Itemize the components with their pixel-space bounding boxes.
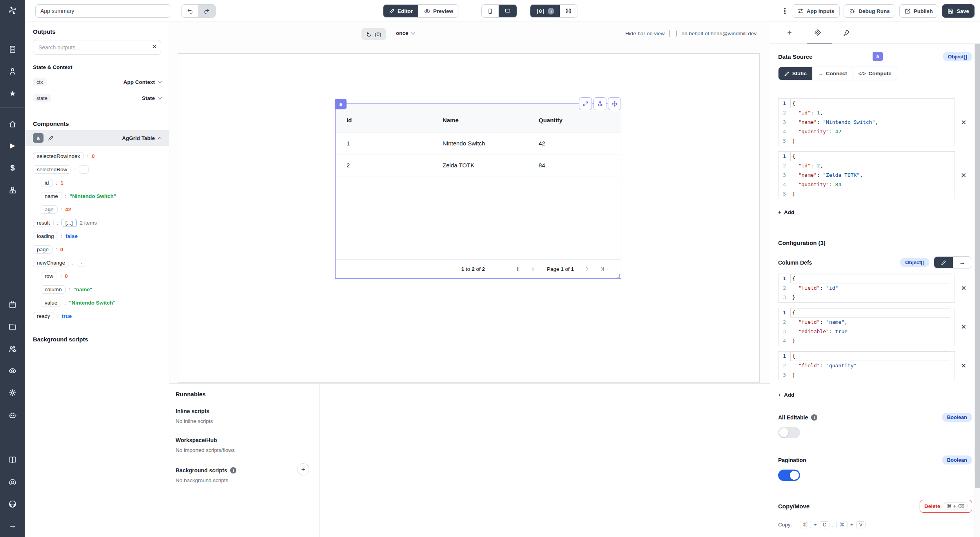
move-component-button[interactable] <box>608 97 621 110</box>
output-key-chip[interactable]: name <box>41 192 62 200</box>
sidebar-item-docs[interactable] <box>0 452 25 468</box>
column-header-name[interactable]: Name <box>432 117 528 123</box>
delete-item-icon[interactable]: ✕ <box>955 171 972 180</box>
expand-component-button[interactable] <box>579 97 592 110</box>
redo-button[interactable] <box>198 5 215 17</box>
delete-component-button[interactable]: Delete ⌘ + ⌫ <box>920 500 972 513</box>
table-cell[interactable]: 2 <box>336 162 432 169</box>
output-key-chip[interactable]: row <box>41 272 57 280</box>
sidebar-item-github[interactable] <box>0 495 25 512</box>
hide-bar-checkbox[interactable] <box>669 30 677 37</box>
collapsed-object-chip[interactable]: - <box>79 165 89 174</box>
refresh-button[interactable]: (0) <box>361 28 386 40</box>
add-data-item-button[interactable]: + Add <box>778 209 794 215</box>
sidebar-item-workspace[interactable] <box>0 41 25 58</box>
table-cell[interactable]: 1 <box>336 140 432 147</box>
anchor-component-button[interactable] <box>593 97 606 110</box>
pencil-icon[interactable] <box>48 135 54 141</box>
sidebar-item-home[interactable] <box>0 116 25 132</box>
clear-search-icon[interactable]: ✕ <box>152 43 157 50</box>
json-editor-coldef-3[interactable]: 1{2 "field": "quantity"3} <box>778 351 955 380</box>
column-header-id[interactable]: Id <box>336 117 432 123</box>
collapsed-array-chip[interactable]: [...] <box>62 219 77 227</box>
aggrid-table-component[interactable]: a Id Name Quantity <box>335 103 621 279</box>
publish-button[interactable]: Publish <box>899 4 938 18</box>
scrollbar-thumb[interactable] <box>975 44 980 488</box>
connect-mode-button[interactable]: → Connect <box>812 67 853 80</box>
mobile-view-button[interactable] <box>482 5 499 17</box>
schedule-mode-dropdown[interactable]: once <box>396 30 414 36</box>
output-key-chip[interactable]: column <box>41 285 66 294</box>
compute-mode-button[interactable]: </> Compute <box>853 67 897 80</box>
preview-tab[interactable]: Preview <box>418 5 459 17</box>
editor-tab[interactable]: Editor <box>383 5 418 17</box>
table-cell[interactable]: 42 <box>528 140 621 147</box>
output-key-chip[interactable]: result <box>33 219 54 227</box>
table-cell[interactable]: Zelda TOTK <box>432 162 528 169</box>
table-cell[interactable]: 84 <box>528 162 621 169</box>
app-card[interactable]: a Id Name Quantity <box>178 53 760 383</box>
output-key-chip[interactable]: value <box>41 299 61 307</box>
last-page-button[interactable] <box>599 267 604 271</box>
styling-tab[interactable] <box>841 27 851 38</box>
sidebar-item-ai[interactable] <box>0 406 25 423</box>
sidebar-item-schedules[interactable] <box>0 296 25 313</box>
output-key-chip[interactable]: selectedRow <box>33 165 71 174</box>
add-background-script-button[interactable]: + <box>297 463 309 475</box>
expand-sidebar-button[interactable]: → <box>0 517 25 534</box>
table-row[interactable]: 2Zelda TOTK84 <box>336 154 621 176</box>
first-page-button[interactable] <box>516 267 521 271</box>
static-mode-button[interactable]: Static <box>779 67 812 80</box>
pagination-toggle[interactable] <box>778 470 800 481</box>
fullscreen-button[interactable] <box>560 5 577 17</box>
more-menu-button[interactable] <box>782 5 788 16</box>
output-key-chip[interactable]: newChange <box>33 259 69 267</box>
previous-page-button[interactable] <box>532 268 536 270</box>
output-key-chip[interactable]: page <box>33 245 53 254</box>
sidebar-item-groups[interactable] <box>0 340 25 357</box>
ctx-row[interactable]: ctx App Context <box>33 74 161 90</box>
debug-counter-button[interactable]: |0| i <box>530 5 560 17</box>
resize-handle[interactable] <box>617 274 620 278</box>
output-key-chip[interactable]: loading <box>33 232 58 240</box>
sidebar-item-settings[interactable] <box>0 385 25 401</box>
save-button[interactable]: Save <box>942 4 975 18</box>
add-column-def-button[interactable]: + Add <box>778 392 794 398</box>
json-editor-coldef-1[interactable]: 1{2 "field": "id"3} <box>778 274 955 303</box>
sidebar-item-resources[interactable] <box>0 181 25 198</box>
all-editable-toggle[interactable] <box>778 427 800 438</box>
table-cell[interactable]: Nintendo Switch <box>432 140 528 147</box>
scrollbar[interactable] <box>975 44 980 537</box>
delete-item-icon[interactable]: ✕ <box>955 362 972 370</box>
output-key-chip[interactable]: ready <box>33 312 54 320</box>
sidebar-item-runs[interactable]: ▶ <box>0 138 25 154</box>
table-row[interactable]: 1Nintendo Switch42 <box>336 132 621 154</box>
delete-item-icon[interactable]: ✕ <box>955 118 972 127</box>
output-key-chip[interactable]: age <box>41 205 58 214</box>
sidebar-item-favorites[interactable]: ★ <box>0 85 25 102</box>
output-key-chip[interactable]: id <box>41 179 53 187</box>
undo-button[interactable] <box>181 5 198 17</box>
desktop-view-button[interactable] <box>499 5 517 17</box>
next-page-button[interactable] <box>584 268 589 270</box>
collapsed-object-chip[interactable]: - <box>77 259 87 267</box>
sidebar-item-user[interactable] <box>0 63 25 80</box>
insert-component-tab[interactable]: + <box>784 27 795 38</box>
type-badge[interactable]: Object[] <box>900 258 929 267</box>
delete-item-icon[interactable]: ✕ <box>955 284 972 292</box>
sidebar-item-variables[interactable]: $ <box>0 160 25 176</box>
search-outputs-input[interactable] <box>33 40 161 55</box>
column-header-quantity[interactable]: Quantity <box>528 117 621 123</box>
json-editor-coldef-2[interactable]: 1{2 "field": "name",3 "editable": true4} <box>778 308 955 346</box>
component-settings-tab[interactable] <box>813 27 823 38</box>
component-header-row[interactable]: a AgGrid Table <box>25 130 169 146</box>
delete-item-icon[interactable]: ✕ <box>955 323 972 331</box>
sidebar-item-audit[interactable] <box>0 363 25 379</box>
component-id-badge[interactable]: a <box>335 99 347 109</box>
debug-runs-button[interactable]: Debug Runs <box>844 4 895 18</box>
windmill-logo[interactable] <box>0 0 25 20</box>
sidebar-item-folders[interactable] <box>0 318 25 335</box>
output-key-chip[interactable]: selectedRowIndex <box>33 152 84 160</box>
type-badge[interactable]: Object[] <box>943 52 972 61</box>
state-row[interactable]: state State <box>33 90 161 106</box>
